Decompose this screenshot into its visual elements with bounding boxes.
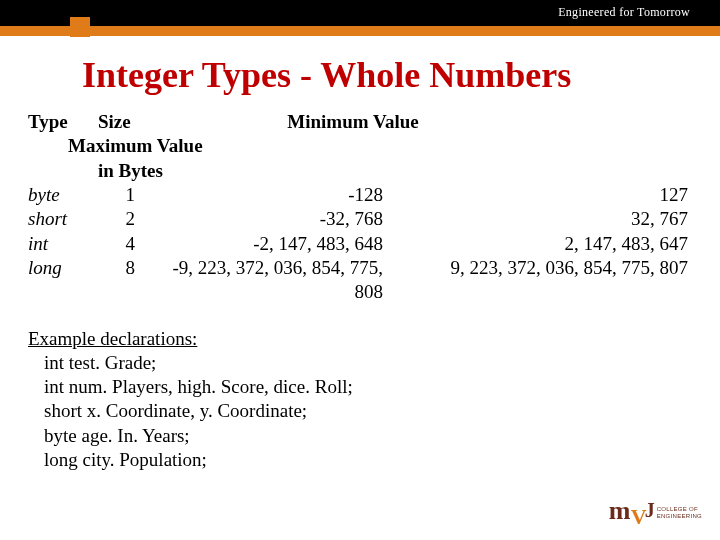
table-row: short 2 -32, 768 32, 767 (28, 207, 688, 231)
cell-max: 127 (393, 183, 688, 207)
logo-text-line2: ENGINEERING (657, 513, 702, 520)
header-type: Type (28, 110, 98, 134)
cell-type: short (28, 207, 98, 231)
cell-max: 2, 147, 483, 647 (393, 232, 688, 256)
logo-j-icon: J (645, 499, 655, 522)
content-area: Type Size Minimum Value Maximum Value in… (0, 110, 720, 472)
cell-min: -9, 223, 372, 036, 854, 775, 808 (153, 256, 393, 305)
example-line: int num. Players, high. Score, dice. Rol… (44, 375, 692, 399)
cell-min: -2, 147, 483, 648 (153, 232, 393, 256)
logo-m-icon: m (609, 496, 631, 526)
example-line: short x. Coordinate, y. Coordinate; (44, 399, 692, 423)
header-size-sub: in Bytes (98, 159, 688, 183)
examples-title: Example declarations: (28, 327, 692, 351)
tagline-text: Engineered for Tomorrow (558, 5, 690, 20)
example-line: long city. Population; (44, 448, 692, 472)
cell-size: 2 (98, 207, 153, 231)
integer-types-table: Type Size Minimum Value Maximum Value in… (28, 110, 688, 305)
logo-text: COLLEGE OF ENGINEERING (657, 506, 702, 519)
examples-block: Example declarations: int test. Grade; i… (28, 327, 692, 473)
cell-type: byte (28, 183, 98, 207)
table-row: byte 1 -128 127 (28, 183, 688, 207)
cell-min: -128 (153, 183, 393, 207)
cell-max: 32, 767 (393, 207, 688, 231)
example-line: byte age. In. Years; (44, 424, 692, 448)
header-min: Minimum Value (168, 110, 688, 134)
table-header-row1: Type Size Minimum Value (28, 110, 688, 134)
cell-size: 8 (98, 256, 153, 305)
logo-mark-icon: m V J (609, 498, 653, 528)
mvj-logo: m V J COLLEGE OF ENGINEERING (609, 498, 702, 528)
header-size: Size (98, 110, 168, 134)
table-row: int 4 -2, 147, 483, 648 2, 147, 483, 647 (28, 232, 688, 256)
cell-type: long (28, 256, 98, 305)
orange-bar (0, 26, 720, 36)
cell-type: int (28, 232, 98, 256)
header-max: Maximum Value (68, 134, 688, 158)
orange-notch (70, 17, 90, 37)
page-title: Integer Types - Whole Numbers (82, 54, 720, 96)
cell-size: 1 (98, 183, 153, 207)
logo-text-line1: COLLEGE OF (657, 506, 702, 513)
top-black-bar: Engineered for Tomorrow (0, 0, 720, 26)
cell-min: -32, 768 (153, 207, 393, 231)
example-line: int test. Grade; (44, 351, 692, 375)
cell-max: 9, 223, 372, 036, 854, 775, 807 (393, 256, 688, 305)
cell-size: 4 (98, 232, 153, 256)
table-row: long 8 -9, 223, 372, 036, 854, 775, 808 … (28, 256, 688, 305)
